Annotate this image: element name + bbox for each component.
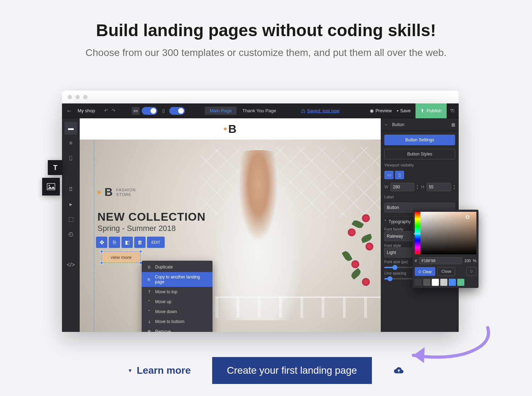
video-tool-icon[interactable]: ▸ [64, 198, 77, 210]
code-tool-icon[interactable]: </> [64, 259, 77, 271]
learn-more-link[interactable]: ▼ Learn more [128, 365, 191, 376]
selection-toolbar: ✥ ⎘ ◧ 🗑 EDIT [96, 237, 165, 248]
width-field: W ▴▾ [384, 183, 418, 191]
swatch[interactable] [457, 279, 464, 286]
grid-view-icon[interactable]: ▦ [451, 122, 455, 127]
height-input[interactable] [426, 183, 451, 191]
edit-sel-button[interactable]: EDIT [147, 237, 165, 248]
resize-handle-nw[interactable] [100, 250, 103, 253]
picker-buttons: ◇Clear Close ♡ [415, 267, 476, 276]
resize-handle-sw[interactable] [100, 261, 103, 264]
create-landing-page-button[interactable]: Create your first landing page [212, 357, 372, 384]
brand-block[interactable]: B FASHION STORE [97, 186, 136, 199]
upload-icon: ⬆ [420, 108, 424, 113]
color-picker: # 100 % ◇Clear Close ♡ [413, 210, 479, 288]
viewport-mobile-icon[interactable]: ▯ [395, 171, 404, 179]
height-field: H ▴▾ [421, 183, 455, 191]
desktop-toggle[interactable] [142, 107, 157, 115]
swatch[interactable] [423, 279, 430, 286]
move-down-icon: ˅ [147, 310, 152, 314]
saturation-area[interactable] [420, 212, 476, 254]
swatch[interactable] [449, 279, 456, 286]
panel-back-icon[interactable]: ← [384, 122, 389, 127]
color-area [415, 212, 476, 254]
cloud-upload-icon[interactable] [393, 366, 404, 375]
opacity-value: 100 [464, 259, 471, 263]
cm-move-up[interactable]: ˄Move up [142, 297, 213, 307]
help-icon[interactable]: ?⃝ [450, 108, 454, 113]
logo-text: B [228, 123, 236, 136]
duplicate-icon: ⎘ [147, 265, 152, 269]
cta-tool-icon[interactable]: ⌷ [64, 152, 77, 164]
section-tool-icon[interactable]: ▬ [64, 122, 77, 135]
redo-icon[interactable]: ↷ [112, 108, 115, 113]
clear-icon: ◇ [418, 269, 421, 274]
mobile-icon[interactable]: ▯ [159, 107, 167, 115]
swatch[interactable] [432, 279, 439, 286]
undo-icon[interactable]: ↶ [104, 108, 108, 113]
history-controls: ↶ ↷ [104, 108, 115, 113]
eye-icon: ◉ [370, 108, 374, 113]
move-handle-icon[interactable]: ✥ [96, 237, 107, 248]
desktop-icon[interactable]: ▭ [132, 107, 140, 115]
cm-duplicate[interactable]: ⎘Duplicate [142, 262, 213, 272]
favorite-button[interactable]: ♡ [466, 267, 476, 276]
tab-button-settings[interactable]: Button Settings [384, 135, 455, 145]
move-up-icon: ˄ [147, 300, 152, 304]
copy-sel-icon[interactable]: ⎘ [109, 237, 120, 248]
parent-sel-icon[interactable]: ◧ [121, 237, 133, 248]
width-input[interactable] [390, 183, 414, 191]
width-stepper-icon[interactable]: ▴▾ [417, 184, 418, 190]
brand-letter: B [104, 186, 113, 199]
preview-button[interactable]: ◉Preview [370, 108, 392, 113]
timer-tool-icon[interactable]: ◴ [64, 227, 77, 240]
context-menu: ⎘Duplicate ⎘Copy to another landing page… [142, 261, 213, 332]
image-tool-floating[interactable] [42, 178, 60, 196]
hero-title: Build landing pages without coding skill… [0, 21, 532, 40]
elements-tool-icon[interactable]: ⠿ [64, 183, 77, 196]
swatch[interactable] [415, 279, 422, 286]
save-status[interactable]: ◷ Saved: just now [301, 108, 340, 113]
clear-button[interactable]: ◇Clear [415, 267, 435, 276]
hero-photo [80, 140, 381, 332]
publish-button[interactable]: ⬆Publish [415, 103, 447, 118]
height-stepper-icon[interactable]: ▴▾ [453, 184, 455, 190]
close-button[interactable]: Close [437, 267, 455, 276]
delete-sel-icon[interactable]: 🗑 [134, 237, 146, 248]
hex-input[interactable] [419, 257, 462, 264]
editor-canvas[interactable]: B [80, 118, 381, 332]
clock-icon: ◷ [301, 108, 305, 113]
selected-button-element[interactable]: view more [102, 251, 141, 263]
hero-heading[interactable]: NEW COLLECTION [97, 210, 206, 224]
cm-move-top[interactable]: ⤒Move to top [142, 287, 213, 297]
opacity-unit: % [473, 259, 476, 263]
device-toggles: ▭ ▯ [132, 107, 185, 115]
svg-rect-0 [47, 183, 55, 190]
cm-copy-to-page[interactable]: ⎘Copy to another landing page [142, 272, 213, 287]
editor-screenshot: ← My shop ↶ ↷ ▭ ▯ Main Page Thank You Pa… [62, 91, 459, 332]
hero-subheading[interactable]: Spring - Summer 2018 [97, 224, 176, 233]
editor-app: ← My shop ↶ ↷ ▭ ▯ Main Page Thank You Pa… [62, 103, 459, 332]
tab-main-page[interactable]: Main Page [205, 107, 237, 115]
resize-handle-ne[interactable] [139, 250, 142, 253]
row-tool-icon[interactable]: ≡ [64, 137, 77, 149]
collapse-icon: ˄ [384, 219, 386, 224]
frame-tool-icon[interactable]: ⬚ [64, 213, 77, 225]
cm-move-bottom[interactable]: ⤓Move to bottom [142, 317, 213, 327]
shop-name[interactable]: My shop [78, 108, 95, 113]
tab-thank-you[interactable]: Thank You Page [237, 107, 281, 115]
hero-subtitle: Choose from our 300 templates or customi… [0, 47, 532, 58]
swatch[interactable] [440, 279, 447, 286]
cm-move-down[interactable]: ˅Move down [142, 307, 213, 317]
viewport-desktop-icon[interactable]: ▭ [384, 171, 394, 179]
text-tool-floating[interactable]: T [48, 160, 63, 175]
save-button[interactable]: ▪Save [397, 108, 411, 113]
back-icon[interactable]: ← [66, 108, 72, 114]
traffic-light-min [75, 95, 80, 99]
mobile-toggle[interactable] [169, 107, 185, 115]
copy-icon: ⎘ [147, 277, 151, 282]
tab-button-styles[interactable]: Button Styles [384, 149, 455, 159]
label-label: Label [384, 195, 455, 199]
cm-remove[interactable]: 🗑Remove [142, 327, 213, 332]
hue-slider[interactable] [415, 212, 420, 254]
